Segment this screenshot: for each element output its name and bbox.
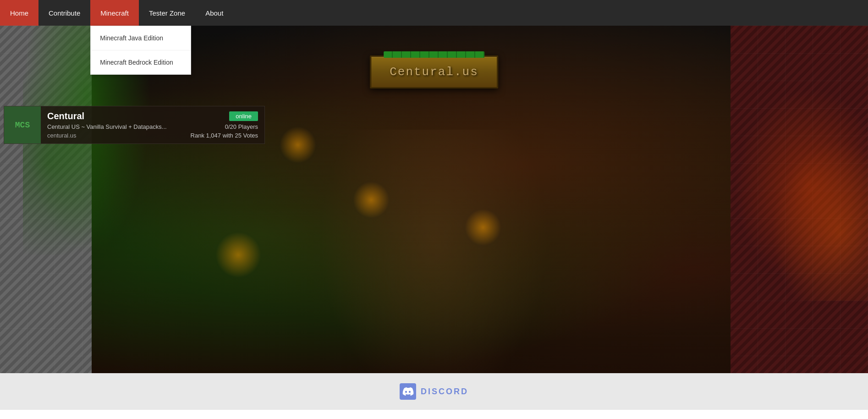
online-badge: online: [229, 111, 258, 121]
nav-home[interactable]: Home: [0, 0, 38, 26]
server-name: Centural: [47, 111, 84, 121]
nav-contribute[interactable]: Contribute: [38, 0, 90, 26]
nav-tester-zone[interactable]: Tester Zone: [139, 0, 195, 26]
dropdown-bedrock[interactable]: Minecraft Bedrock Edition: [91, 50, 191, 74]
nav-about[interactable]: About: [195, 0, 233, 26]
sign-text: Centural.us: [390, 65, 478, 79]
navbar: Home Contribute Minecraft Minecraft Java…: [0, 0, 868, 26]
nav-home-label: Home: [10, 9, 28, 17]
discord-label: DISCORD: [421, 387, 468, 397]
server-top-row: Centural online: [47, 111, 258, 121]
nav-tester-zone-label: Tester Zone: [149, 9, 185, 17]
minecraft-dropdown: Minecraft Java Edition Minecraft Bedrock…: [90, 26, 191, 75]
server-logo: MCS: [4, 106, 41, 143]
discord-badge[interactable]: DISCORD: [400, 383, 468, 400]
lava-right-decoration: [721, 72, 868, 301]
server-rank: Rank 1,047 with 25 Votes: [191, 132, 258, 139]
dropdown-java[interactable]: Minecraft Java Edition: [91, 26, 191, 50]
path-center-decoration: [319, 130, 549, 373]
server-sign: Centural.us: [370, 55, 498, 88]
server-card[interactable]: MCS Centural online Centural US ~ Vanill…: [4, 106, 265, 144]
hero-section: Centural.us MCS Centural online Centural…: [0, 26, 868, 373]
server-description: Centural US ~ Vanilla Survival + Datapac…: [47, 123, 167, 130]
server-url: centural.us: [47, 132, 77, 139]
discord-icon: [400, 383, 416, 400]
server-players: 0/20 Players: [225, 123, 258, 130]
server-bottom-row: centural.us Rank 1,047 with 25 Votes: [47, 132, 258, 139]
nav-about-label: About: [205, 9, 223, 17]
server-description-row: Centural US ~ Vanilla Survival + Datapac…: [47, 123, 258, 130]
footer: DISCORD: [0, 373, 868, 410]
nav-contribute-label: Contribute: [49, 9, 80, 17]
nav-minecraft[interactable]: Minecraft Minecraft Java Edition Minecra…: [90, 0, 139, 26]
nav-minecraft-label: Minecraft: [100, 9, 129, 17]
server-info: Centural online Centural US ~ Vanilla Su…: [41, 106, 264, 143]
